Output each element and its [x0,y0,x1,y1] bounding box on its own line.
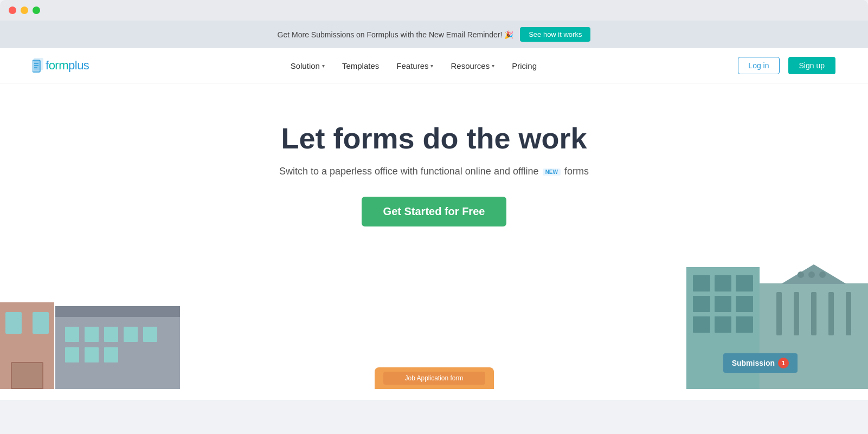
chevron-down-icon: ▾ [322,63,325,69]
form-card-header: Job Application form [375,367,494,389]
form-card-label: Job Application form [383,372,485,385]
submission-count: 1 [778,358,789,368]
announcement-bar: Get More Submissions on Formplus with th… [0,21,868,48]
browser-controls [9,7,859,21]
announcement-text: Get More Submissions on Formplus with th… [278,30,514,39]
illustration-area: Job Application form [0,248,868,389]
nav-pricing[interactable]: Pricing [512,61,537,70]
close-dot[interactable] [9,7,16,14]
nav-actions: Log in Sign up [738,57,835,74]
logo[interactable]: formplus [33,58,89,73]
hero-title: Let forms do the work [22,121,846,155]
chevron-down-icon-resources: ▾ [492,63,494,69]
hero-subtitle: Switch to a paperless office with functi… [22,166,846,177]
nav-links: Solution ▾ Templates Features ▾ Resource… [291,61,537,70]
browser-chrome [0,0,868,21]
new-badge: NEW [543,169,561,176]
logo-icon [33,58,44,73]
svg-rect-1 [33,60,40,72]
submission-label: Submission [732,359,775,367]
nav-features[interactable]: Features ▾ [396,61,433,70]
minimize-dot[interactable] [21,7,28,14]
buildings-left [0,302,180,389]
nav-resources[interactable]: Resources ▾ [451,61,494,70]
page-wrapper: Get More Submissions on Formplus with th… [0,21,868,400]
navbar: formplus Solution ▾ Templates Features ▾… [0,48,868,83]
form-card: Job Application form [375,367,494,389]
see-how-button[interactable]: See how it works [520,27,590,42]
chevron-down-icon-features: ▾ [430,63,433,69]
nav-solution[interactable]: Solution ▾ [291,61,325,70]
maximize-dot[interactable] [33,7,40,14]
building-2 [55,316,180,389]
login-button[interactable]: Log in [738,57,779,74]
nav-templates[interactable]: Templates [342,61,379,70]
building-1 [0,302,54,389]
signup-button[interactable]: Sign up [788,57,835,74]
submission-badge: Submission 1 [723,353,798,373]
cta-button[interactable]: Get Started for Free [362,197,507,226]
hero-section: Let forms do the work Switch to a paperl… [0,83,868,248]
building-classic [760,283,868,389]
logo-text: formplus [46,59,89,73]
